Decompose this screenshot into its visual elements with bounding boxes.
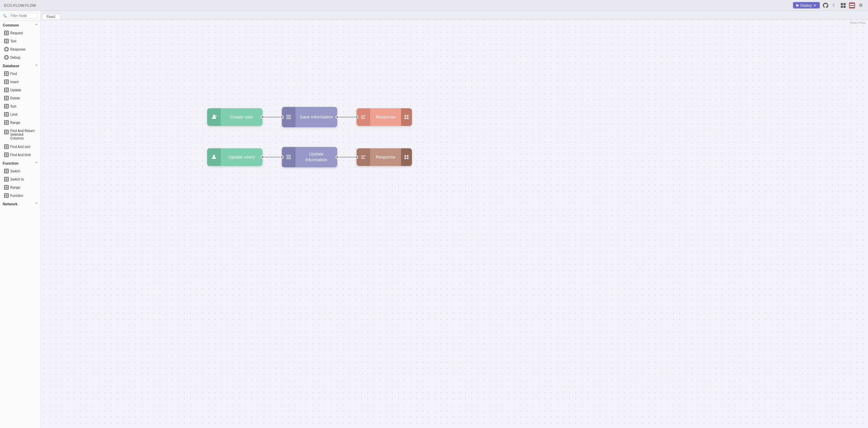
svg-point-16	[5, 56, 7, 58]
svg-rect-82	[286, 155, 291, 156]
update-info-label: Update information	[299, 151, 334, 163]
deploy-icon: ▶	[796, 3, 799, 7]
response1-port-in[interactable]	[355, 115, 358, 119]
svg-rect-71	[5, 196, 6, 197]
save-info-label: Save information	[300, 114, 333, 120]
deploy-button[interactable]: ▶ Deploy ▼	[793, 2, 820, 8]
svg-point-15	[5, 48, 7, 50]
svg-rect-8	[7, 32, 8, 33]
svg-rect-9	[5, 33, 6, 34]
svg-rect-39	[5, 115, 6, 116]
svg-rect-67	[5, 188, 6, 189]
svg-rect-78	[404, 115, 406, 117]
svg-rect-76	[286, 116, 291, 117]
canvas-area[interactable]: Flow1 React Flow	[41, 11, 868, 428]
node-debug[interactable]: Debug	[2, 54, 38, 61]
node-find-and-limit[interactable]: Find And limit	[2, 151, 38, 159]
response2-port-in[interactable]	[355, 155, 358, 159]
svg-rect-68	[7, 188, 8, 189]
svg-text:+: +	[215, 115, 216, 117]
section-function-toggle[interactable]: ⌃	[35, 162, 38, 165]
svg-rect-1	[844, 3, 846, 5]
svg-rect-20	[7, 74, 8, 75]
svg-rect-19	[5, 74, 6, 75]
node-find-return-selected[interactable]: Find And Return Selected Columns	[2, 127, 38, 142]
save-info-port-out[interactable]	[336, 115, 339, 119]
node-delete[interactable]: Delete	[2, 94, 38, 102]
svg-rect-66	[7, 186, 8, 187]
tab-flow1[interactable]: Flow1	[42, 14, 60, 19]
section-database-toggle[interactable]: ⌃	[35, 64, 38, 68]
svg-rect-47	[5, 132, 6, 133]
flow-canvas[interactable]: + Create user Save information	[41, 20, 868, 428]
svg-rect-38	[7, 113, 8, 114]
update-info-port-in[interactable]	[280, 155, 284, 159]
node-save-info[interactable]: Save information	[282, 107, 337, 127]
node-request[interactable]: Request	[2, 29, 38, 37]
node-response-row1[interactable]: Response	[357, 108, 412, 126]
node-range[interactable]: Range	[2, 119, 38, 126]
github-icon[interactable]	[822, 2, 829, 8]
node-sort[interactable]: Sort	[2, 103, 38, 110]
node-update-info[interactable]: Update information	[282, 147, 337, 167]
node-switch[interactable]: Switch	[2, 167, 38, 175]
svg-rect-84	[286, 158, 291, 159]
svg-rect-87	[404, 157, 406, 159]
svg-rect-41	[5, 121, 6, 122]
svg-rect-52	[7, 147, 8, 148]
svg-rect-49	[5, 145, 6, 146]
node-range-fn[interactable]: Range	[2, 184, 38, 191]
save-info-port-in[interactable]	[280, 115, 284, 119]
svg-rect-55	[5, 155, 6, 156]
section-common: Common ⌃	[0, 21, 40, 29]
svg-rect-79	[407, 115, 409, 117]
svg-rect-22	[7, 80, 8, 81]
node-text[interactable]: Text	[2, 37, 38, 45]
theme-icon[interactable]: ☾	[831, 2, 837, 8]
node-response-row2[interactable]: Response	[357, 148, 412, 166]
svg-rect-11	[5, 40, 6, 41]
update-info-port-out[interactable]	[336, 155, 339, 159]
svg-rect-54	[7, 153, 8, 154]
svg-rect-80	[404, 117, 406, 119]
svg-rect-86	[407, 155, 409, 157]
svg-rect-63	[5, 180, 6, 181]
node-limit[interactable]: Limit	[2, 111, 38, 118]
svg-rect-35	[5, 107, 6, 108]
node-create-user[interactable]: + Create user	[207, 108, 263, 126]
svg-rect-58	[7, 170, 8, 171]
update-users-port-out[interactable]	[261, 155, 264, 159]
tab-bar: Flow1	[41, 11, 868, 20]
svg-rect-12	[7, 40, 8, 41]
settings-icon[interactable]: ⚙	[858, 2, 864, 8]
node-update[interactable]: Update	[2, 86, 38, 94]
node-find-and-sort[interactable]: Find And sort	[2, 143, 38, 150]
section-common-toggle[interactable]: ⌃	[35, 23, 38, 27]
response1-label: Response	[376, 114, 396, 120]
node-find[interactable]: Find	[2, 70, 38, 77]
svg-rect-24	[7, 82, 8, 83]
topbar-actions: ▶ Deploy ▼ ☾ ⚙	[793, 2, 864, 8]
grid-view-icon[interactable]	[840, 2, 846, 8]
create-user-port-out[interactable]	[261, 115, 264, 119]
app-title: ECO-FLOW:FLOW	[4, 3, 36, 7]
svg-rect-13	[5, 41, 6, 42]
panel-toggle-icon[interactable]	[849, 2, 855, 8]
svg-rect-10	[7, 33, 8, 34]
svg-rect-40	[7, 115, 8, 116]
node-function[interactable]: Function	[2, 192, 38, 199]
node-update-users[interactable]: Update users	[207, 148, 263, 166]
svg-rect-27	[5, 90, 6, 91]
svg-rect-26	[7, 89, 8, 90]
create-user-label: Create user	[230, 114, 253, 120]
section-network-toggle[interactable]: ⌃	[35, 202, 38, 206]
svg-rect-83	[286, 156, 291, 157]
svg-rect-32	[7, 98, 8, 99]
svg-rect-85	[404, 155, 406, 157]
node-switch-in[interactable]: Switch In	[2, 175, 38, 183]
main-layout: 🔍 Common ⌃ Request Text Response	[0, 11, 868, 428]
svg-rect-81	[407, 117, 409, 119]
filter-input[interactable]	[8, 13, 38, 19]
node-response-common[interactable]: Response	[2, 45, 38, 53]
node-insert[interactable]: Insert	[2, 78, 38, 86]
